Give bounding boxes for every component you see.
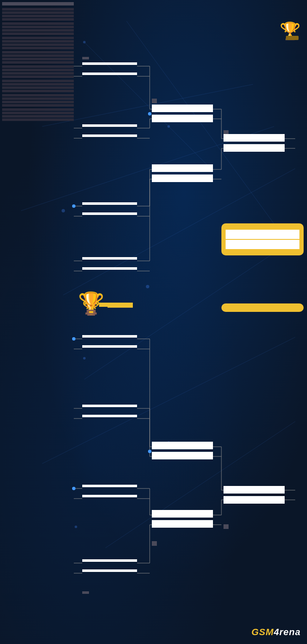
team-razer xyxy=(2,101,74,103)
group-stage-panel xyxy=(2,2,74,122)
svg-point-83 xyxy=(72,204,75,208)
svg-point-86 xyxy=(148,450,151,453)
winner-group-b-box xyxy=(82,335,137,338)
team-moto-z3 xyxy=(2,47,74,49)
sf-bottom-slot2 xyxy=(224,496,285,504)
team-xiaomi-mi8 xyxy=(2,26,74,28)
group-stage-title xyxy=(2,2,74,5)
team-zte-nubia xyxy=(2,61,74,64)
team-vivo-nex xyxy=(2,54,74,57)
final-top-slot1 xyxy=(226,230,299,239)
gsmarena-logo: GSM4rena xyxy=(251,627,301,638)
winner-slot-box xyxy=(108,303,133,308)
trophy-base xyxy=(286,36,299,40)
winner-group-a-box xyxy=(82,62,137,65)
qf-bottom-slot2 xyxy=(152,452,213,459)
svg-point-84 xyxy=(148,112,151,115)
winner-group-h-box xyxy=(82,559,137,562)
runner-up-group-d-box xyxy=(82,134,137,137)
team-lenovo-z5 xyxy=(2,94,74,97)
runner-up-group-c-box xyxy=(82,415,137,417)
round-of-16-top-label xyxy=(82,54,89,61)
runner-up-group-g-box xyxy=(82,569,137,572)
quarterfinals-top-label xyxy=(152,96,157,104)
svg-point-85 xyxy=(72,337,75,341)
team-nokia-8 xyxy=(2,11,74,14)
final-top-slot2 xyxy=(226,240,299,249)
sf-top-slot2 xyxy=(224,144,285,152)
team-moto-g6 xyxy=(2,29,74,32)
runner-up-group-f-box xyxy=(82,212,137,215)
team-oneplus-6 xyxy=(2,108,74,111)
team-lg-g7 xyxy=(2,15,74,17)
main-container: 🏆 xyxy=(0,0,307,644)
team-blackberry xyxy=(2,75,74,78)
sf-top-slot1 xyxy=(224,134,285,142)
qf-top-slot2 xyxy=(152,115,213,122)
sf-bottom-slot1 xyxy=(224,486,285,494)
team-sony-xz2-premium xyxy=(2,58,74,60)
team-samsung-j6 xyxy=(2,22,74,25)
team-asus-5z xyxy=(2,43,74,46)
svg-point-10 xyxy=(62,209,65,212)
final-box-top xyxy=(221,223,304,255)
svg-line-5 xyxy=(84,253,274,379)
qf-top-slot4 xyxy=(152,174,213,182)
team-xiaomi-shark xyxy=(2,40,74,43)
team-asus-rog xyxy=(2,112,74,114)
runner-up-group-e-box xyxy=(82,495,137,497)
quarterfinals-bottom-label xyxy=(152,539,157,546)
runner-up-group-h-box xyxy=(82,267,137,270)
logo-text: GSM xyxy=(251,627,274,637)
team-iphone-8plus xyxy=(2,72,74,75)
team-honor-10 xyxy=(2,69,74,71)
winner-text xyxy=(108,303,133,308)
final-box-bottom xyxy=(221,303,304,312)
qf-top-slot1 xyxy=(152,105,213,112)
svg-point-14 xyxy=(75,526,77,528)
qf-top-slot3 xyxy=(152,164,213,172)
runner-up-group-b-box xyxy=(82,72,137,75)
runner-up-group-a-box xyxy=(82,345,137,348)
winner-group-d-box xyxy=(82,405,137,407)
qf-bottom-slot4 xyxy=(152,520,213,528)
team-vivo-v9 xyxy=(2,65,74,68)
team-huawei-p20 xyxy=(2,51,74,54)
team-oppo-f7 xyxy=(2,80,74,82)
team-meizu xyxy=(2,32,74,35)
qf-bottom-slot1 xyxy=(152,442,213,449)
team-lg-v30s xyxy=(2,104,74,107)
semifinals-bottom-label xyxy=(224,522,229,529)
svg-point-87 xyxy=(72,487,75,490)
team-xiaomi-redmi xyxy=(2,8,74,11)
winner-trophy-large: 🏆 xyxy=(78,291,104,315)
svg-point-8 xyxy=(83,41,86,43)
winner-group-e-box xyxy=(82,202,137,205)
team-nokia-7 xyxy=(2,83,74,86)
round-of-16-bottom-label xyxy=(82,588,89,596)
team-iphone-x xyxy=(2,37,74,39)
team-samsung-s9plus xyxy=(2,97,74,100)
qf-bottom-slot3 xyxy=(152,510,213,518)
winner-group-g-box xyxy=(82,257,137,260)
svg-point-12 xyxy=(83,357,86,360)
winner-group-f-box xyxy=(82,485,137,487)
team-pixel-2xl xyxy=(2,86,74,89)
team-oppo-r15 xyxy=(2,115,74,118)
svg-point-9 xyxy=(167,125,170,128)
team-sony-xz2 xyxy=(2,118,74,121)
winner-group-c-box xyxy=(82,124,137,127)
team-htc-u12 xyxy=(2,90,74,92)
svg-line-1 xyxy=(42,84,253,126)
svg-point-11 xyxy=(146,285,149,288)
team-samsung-a8 xyxy=(2,18,74,21)
logo-text-2: 4rena xyxy=(274,627,301,637)
